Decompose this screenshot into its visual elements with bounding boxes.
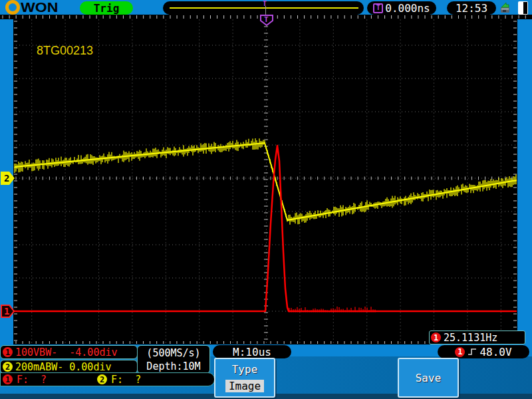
frequency-readout: 1 25.1131Hz	[429, 331, 525, 344]
usb-storage-icon	[499, 2, 512, 14]
logo-ring-icon	[5, 0, 20, 15]
battery-icon	[518, 1, 528, 15]
trigger-status-badge: Trig	[80, 1, 133, 15]
logo-text: WON	[21, 0, 58, 15]
battery-level	[523, 2, 527, 14]
acquire-info-box: (500MS/s) Depth:10M	[137, 345, 210, 374]
serial-number-label: 8TG00213	[37, 44, 93, 58]
oscilloscope-screen: WON Trig T T 0.000ns 12:53	[0, 0, 532, 399]
ch2-settings-text: 200mABW- 0.00div	[15, 361, 112, 373]
trigger-level-value: 48.0V	[479, 346, 511, 358]
ch1-settings-box: 1 100VBW- -4.00div	[0, 345, 138, 359]
save-button[interactable]: Save	[398, 358, 459, 398]
svg-text:2: 2	[4, 173, 9, 184]
clock-value: 12:53	[456, 2, 487, 15]
measure-ch1-badge: 1	[3, 374, 13, 384]
measure-ch2-badge: 2	[97, 374, 107, 384]
owon-logo: WON	[5, 0, 55, 15]
memory-position-bar[interactable]: T	[163, 1, 364, 15]
type-button-value: Image	[225, 380, 264, 392]
measure-ch1-value: ?	[41, 374, 47, 386]
freq-value: 25.1131Hz	[444, 332, 497, 344]
measure-ch2-label: F:	[111, 374, 123, 386]
timebase-readout: M:10us	[213, 345, 291, 358]
rising-edge-icon	[467, 348, 477, 356]
ch2-badge: 2	[3, 362, 13, 372]
save-button-label: Save	[416, 372, 442, 384]
type-button[interactable]: Type Image	[214, 358, 275, 398]
ch1-settings-text: 100VBW- -4.00div	[15, 346, 118, 358]
memory-trigger-marker: T	[263, 1, 269, 14]
ch1-badge: 1	[3, 347, 13, 357]
ch2-zero-marker[interactable]: 2	[1, 171, 15, 186]
trigger-channel-badge: 1	[455, 347, 465, 357]
trigger-offset-value: 0.000ns	[385, 2, 430, 15]
measure-bar: 1 F: ? 2 F: ?	[0, 372, 215, 386]
memory-depth-label: Depth:10M	[146, 360, 200, 372]
measure-ch2-value: ?	[135, 374, 141, 386]
top-status-bar: WON Trig T T 0.000ns 12:53	[0, 0, 532, 15]
trigger-position-letter: T	[264, 15, 269, 24]
type-button-title: Type	[232, 363, 258, 376]
sample-rate-label: (500MS/s)	[146, 347, 200, 359]
clock-readout: 12:53	[447, 1, 496, 15]
ch1-zero-marker[interactable]: 1	[1, 304, 15, 319]
trigger-offset-readout: T 0.000ns	[367, 1, 436, 15]
timebase-value: M:10us	[233, 346, 271, 358]
trigger-t-icon: T	[373, 3, 383, 13]
svg-text:1: 1	[4, 306, 9, 317]
trigger-status-label: Trig	[94, 2, 120, 15]
trigger-marker-stem	[265, 6, 266, 15]
freq-channel-badge: 1	[431, 332, 441, 342]
trigger-level-readout: 1 48.0V	[438, 345, 529, 358]
ch2-settings-box: 2 200mABW- 0.00div	[0, 360, 138, 374]
measure-ch1-label: F:	[17, 374, 29, 386]
